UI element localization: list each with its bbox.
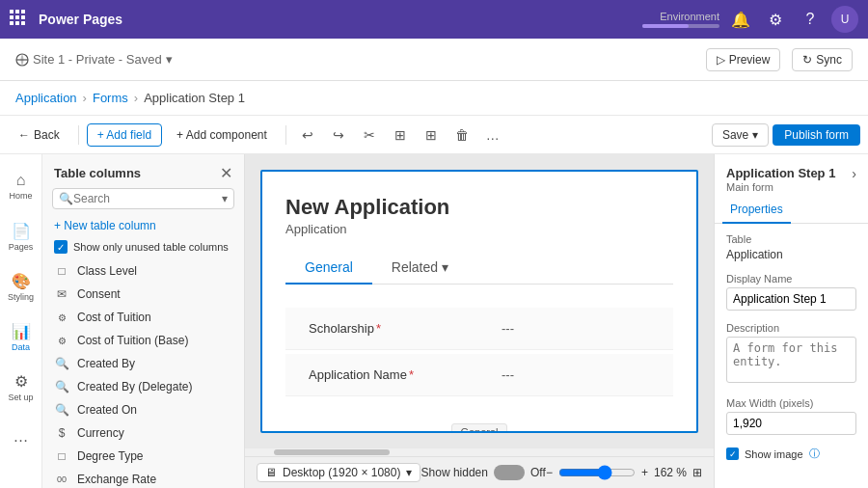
list-item[interactable]: ✉ Consent — [42, 283, 244, 306]
rp-display-name-input[interactable] — [726, 287, 856, 311]
more-actions-button[interactable]: ⊞ — [418, 122, 445, 149]
rp-description-textarea[interactable]: A form for this entity. — [726, 337, 856, 383]
delete-button[interactable]: 🗑 — [448, 122, 475, 149]
search-box[interactable]: 🔍 ▾ — [52, 188, 234, 209]
toolbar-separator-1 — [78, 125, 79, 145]
sidebar-item-data[interactable]: 📊 Data — [3, 312, 40, 361]
site-label: Site 1 - Private - Saved — [33, 52, 162, 67]
form-fields: Scholarship* --- Application Name* --- — [285, 300, 673, 408]
list-item[interactable]: $ Currency — [42, 421, 244, 445]
zoom-in-icon[interactable]: + — [641, 466, 648, 479]
sync-button[interactable]: ↻ Sync — [792, 48, 853, 71]
field-value: --- — [502, 367, 514, 382]
preview-icon: ▷ — [717, 53, 725, 67]
settings-icon[interactable]: ⚙ — [762, 6, 789, 33]
rp-max-width-label: Max Width (pixels) — [726, 397, 856, 409]
show-unused-checkbox[interactable]: ✓ — [54, 240, 68, 254]
sidebar-item-home[interactable]: ⌂ Home — [3, 162, 40, 210]
save-button[interactable]: Save ▾ — [712, 123, 769, 147]
sync-icon: ↻ — [802, 53, 812, 67]
help-icon[interactable]: ? — [797, 6, 824, 33]
rp-table-group: Table Application — [726, 233, 856, 261]
show-image-checkbox[interactable]: ✓ — [726, 447, 739, 460]
copy-button[interactable]: ⊞ — [387, 122, 414, 149]
list-item[interactable]: 🔍 Created By — [42, 352, 244, 375]
right-panel-chevron[interactable]: › — [852, 166, 856, 181]
field-row-scholarship: Scholarship* --- — [285, 308, 673, 350]
breadcrumb-application[interactable]: Application — [15, 91, 77, 105]
styling-icon: 🎨 — [12, 272, 31, 290]
save-dropdown-icon[interactable]: ▾ — [752, 128, 758, 142]
tab-properties[interactable]: Properties — [722, 197, 791, 224]
rp-description-label: Description — [726, 322, 856, 334]
top-bar: Power Pages Environment 🔔 ⚙ ? U — [0, 0, 868, 39]
breadcrumb-forms[interactable]: Forms — [93, 91, 128, 105]
svg-rect-3 — [10, 15, 14, 19]
add-column-button[interactable]: + New table column — [42, 215, 244, 236]
site-info: Site 1 - Private - Saved ▾ — [15, 52, 173, 67]
show-unused-toggle[interactable]: ✓ Show only unused table columns — [42, 236, 244, 259]
device-selector[interactable]: 🖥 Desktop (1920 × 1080) ▾ — [257, 463, 420, 482]
canvas-inner: New Application Application General Rela… — [245, 154, 714, 448]
search-input[interactable] — [73, 192, 218, 205]
list-item[interactable]: □ Degree Type — [42, 445, 244, 468]
overflow-button[interactable]: … — [479, 122, 506, 149]
right-panel-tabs: Properties — [715, 197, 868, 224]
preview-button[interactable]: ▷ Preview — [706, 48, 781, 71]
scrollbar-horizontal[interactable] — [245, 448, 714, 456]
undo-button[interactable]: ↩ — [294, 122, 321, 149]
field-value: --- — [502, 321, 514, 336]
form-tabs: General Related ▾ — [285, 252, 673, 285]
add-component-button[interactable]: + Add component — [166, 123, 278, 147]
zoom-slider[interactable] — [558, 465, 636, 480]
add-field-button[interactable]: + Add field — [87, 123, 162, 147]
sidebar-item-more[interactable]: … — [3, 413, 40, 461]
list-item[interactable]: 00 Exchange Rate — [42, 468, 244, 488]
grid-icon[interactable] — [10, 10, 29, 29]
sidebar-item-setup[interactable]: ⚙ Set up — [3, 363, 40, 411]
zoom-out-icon[interactable]: − — [546, 466, 553, 479]
scrollbar-thumb[interactable] — [274, 449, 390, 455]
main-layout: ⌂ Home 📄 Pages 🎨 Styling 📊 Data ⚙ Set up… — [0, 154, 868, 488]
info-icon[interactable]: ⓘ — [809, 447, 820, 461]
list-item[interactable]: ⚙ Cost of Tuition (Base) — [42, 329, 244, 352]
notification-icon[interactable]: 🔔 — [727, 6, 754, 33]
pages-icon: 📄 — [12, 222, 31, 240]
svg-rect-6 — [10, 21, 14, 25]
svg-rect-0 — [10, 10, 14, 14]
list-item[interactable]: □ Class Level — [42, 259, 244, 283]
list-item[interactable]: 🔍 Created By (Delegate) — [42, 375, 244, 398]
rp-display-name-label: Display Name — [726, 273, 856, 285]
cut-button[interactable]: ✂ — [356, 122, 383, 149]
redo-button[interactable]: ↪ — [325, 122, 352, 149]
form-title: New Application — [285, 195, 673, 220]
sidebar-title: Table columns — [54, 166, 141, 180]
sidebar-item-pages[interactable]: 📄 Pages — [3, 212, 40, 260]
list-item[interactable]: ⚙ Cost of Tuition — [42, 306, 244, 329]
svg-rect-5 — [21, 15, 25, 19]
publish-button[interactable]: Publish form — [773, 124, 860, 146]
avatar[interactable]: U — [831, 6, 858, 33]
rp-table-value: Application — [726, 248, 856, 261]
back-button[interactable]: ← Back — [8, 123, 70, 147]
sidebar-item-styling[interactable]: 🎨 Styling — [3, 262, 40, 311]
breadcrumb-sep1: › — [83, 91, 87, 105]
close-icon[interactable]: ✕ — [220, 164, 232, 182]
form-subtitle: Application — [285, 222, 673, 236]
columns-list: □ Class Level ✉ Consent ⚙ Cost of Tuitio… — [42, 259, 244, 488]
nav-sidebar: ⌂ Home 📄 Pages 🎨 Styling 📊 Data ⚙ Set up… — [0, 154, 42, 488]
device-dropdown-icon: ▾ — [406, 466, 412, 479]
list-item[interactable]: 🔍 Created On — [42, 398, 244, 421]
col-icon: 🔍 — [54, 403, 69, 417]
monitor-icon: 🖥 — [265, 466, 277, 479]
fit-icon[interactable]: ⊞ — [692, 466, 702, 479]
filter-icon[interactable]: ▾ — [222, 192, 228, 205]
canvas-bottom: 🖥 Desktop (1920 × 1080) ▾ Show hidden Of… — [245, 456, 714, 488]
rp-max-width-input[interactable] — [726, 412, 856, 435]
field-row-application-name: Application Name* --- — [285, 354, 673, 396]
tab-related[interactable]: Related ▾ — [372, 252, 468, 285]
tab-general[interactable]: General — [285, 252, 372, 285]
site-dropdown-icon[interactable]: ▾ — [166, 52, 173, 67]
show-hidden-switch[interactable] — [494, 465, 525, 480]
sidebar-header: Table columns ✕ — [42, 154, 244, 188]
